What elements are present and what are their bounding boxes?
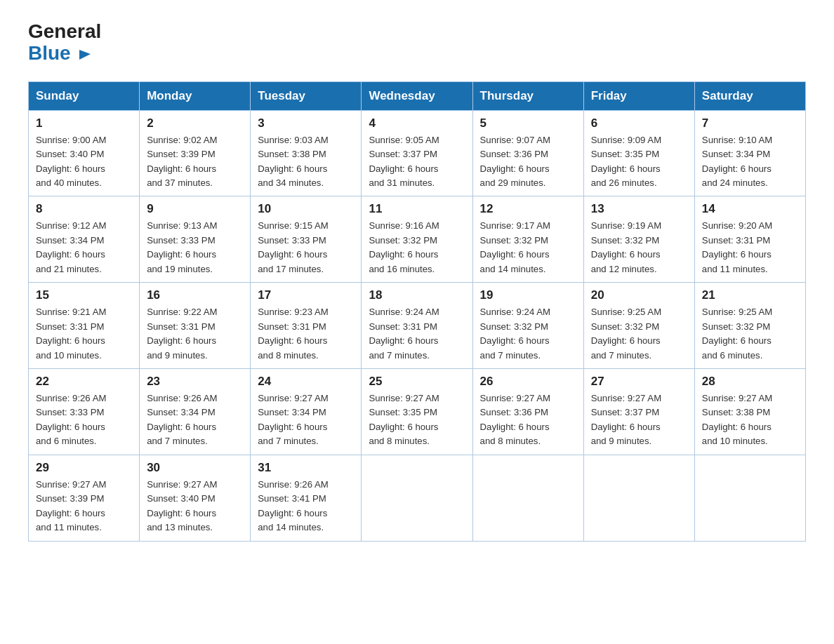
weekday-header-thursday: Thursday: [472, 81, 583, 110]
day-number: 18: [369, 288, 465, 302]
day-cell: [694, 455, 805, 541]
day-cell: 13 Sunrise: 9:19 AM Sunset: 3:32 PM Dayl…: [583, 196, 694, 283]
svg-marker-0: [79, 50, 91, 60]
day-number: 2: [147, 116, 243, 130]
week-row-5: 29 Sunrise: 9:27 AM Sunset: 3:39 PM Dayl…: [29, 455, 806, 541]
day-cell: 16 Sunrise: 9:22 AM Sunset: 3:31 PM Dayl…: [140, 283, 251, 369]
day-cell: 18 Sunrise: 9:24 AM Sunset: 3:31 PM Dayl…: [362, 283, 472, 369]
day-cell: 26 Sunrise: 9:27 AM Sunset: 3:36 PM Dayl…: [472, 369, 583, 455]
day-info: Sunrise: 9:21 AM Sunset: 3:31 PM Dayligh…: [36, 305, 132, 363]
logo-blue-text: Blue: [28, 43, 101, 65]
day-cell: 31 Sunrise: 9:26 AM Sunset: 3:41 PM Dayl…: [251, 455, 362, 541]
day-info: Sunrise: 9:22 AM Sunset: 3:31 PM Dayligh…: [147, 305, 243, 363]
day-cell: 20 Sunrise: 9:25 AM Sunset: 3:32 PM Dayl…: [583, 283, 694, 369]
day-cell: 12 Sunrise: 9:17 AM Sunset: 3:32 PM Dayl…: [472, 196, 583, 283]
day-cell: 6 Sunrise: 9:09 AM Sunset: 3:35 PM Dayli…: [583, 110, 694, 196]
day-info: Sunrise: 9:07 AM Sunset: 3:36 PM Dayligh…: [480, 133, 576, 191]
weekday-header-saturday: Saturday: [694, 81, 805, 110]
day-number: 17: [258, 288, 354, 302]
weekday-header-sunday: Sunday: [29, 81, 140, 110]
day-info: Sunrise: 9:27 AM Sunset: 3:39 PM Dayligh…: [36, 478, 132, 535]
day-cell: 21 Sunrise: 9:25 AM Sunset: 3:32 PM Dayl…: [694, 283, 805, 369]
day-info: Sunrise: 9:16 AM Sunset: 3:32 PM Dayligh…: [369, 219, 465, 276]
day-number: 16: [147, 288, 243, 302]
day-info: Sunrise: 9:26 AM Sunset: 3:41 PM Dayligh…: [258, 478, 354, 535]
day-number: 15: [36, 288, 132, 302]
page-header: General Blue: [28, 21, 806, 65]
day-info: Sunrise: 9:20 AM Sunset: 3:31 PM Dayligh…: [702, 219, 798, 276]
day-number: 6: [591, 116, 687, 130]
day-info: Sunrise: 9:17 AM Sunset: 3:32 PM Dayligh…: [480, 219, 576, 276]
day-number: 25: [369, 375, 465, 389]
day-info: Sunrise: 9:15 AM Sunset: 3:33 PM Dayligh…: [258, 219, 354, 276]
logo-triangle-icon: [78, 47, 92, 61]
day-info: Sunrise: 9:13 AM Sunset: 3:33 PM Dayligh…: [147, 219, 243, 276]
day-info: Sunrise: 9:05 AM Sunset: 3:37 PM Dayligh…: [369, 133, 465, 191]
day-number: 7: [702, 116, 798, 130]
week-row-1: 1 Sunrise: 9:00 AM Sunset: 3:40 PM Dayli…: [29, 110, 806, 196]
day-info: Sunrise: 9:27 AM Sunset: 3:37 PM Dayligh…: [591, 391, 687, 449]
weekday-header-row: SundayMondayTuesdayWednesdayThursdayFrid…: [29, 81, 806, 110]
day-info: Sunrise: 9:12 AM Sunset: 3:34 PM Dayligh…: [36, 219, 132, 276]
week-row-3: 15 Sunrise: 9:21 AM Sunset: 3:31 PM Dayl…: [29, 283, 806, 369]
day-cell: 27 Sunrise: 9:27 AM Sunset: 3:37 PM Dayl…: [583, 369, 694, 455]
day-number: 24: [258, 375, 354, 389]
day-info: Sunrise: 9:23 AM Sunset: 3:31 PM Dayligh…: [258, 305, 354, 363]
day-cell: 23 Sunrise: 9:26 AM Sunset: 3:34 PM Dayl…: [140, 369, 251, 455]
day-number: 21: [702, 288, 798, 302]
day-info: Sunrise: 9:24 AM Sunset: 3:31 PM Dayligh…: [369, 305, 465, 363]
day-cell: 4 Sunrise: 9:05 AM Sunset: 3:37 PM Dayli…: [362, 110, 472, 196]
day-info: Sunrise: 9:24 AM Sunset: 3:32 PM Dayligh…: [480, 305, 576, 363]
day-cell: 15 Sunrise: 9:21 AM Sunset: 3:31 PM Dayl…: [29, 283, 140, 369]
day-info: Sunrise: 9:27 AM Sunset: 3:35 PM Dayligh…: [369, 391, 465, 449]
day-number: 29: [36, 461, 132, 475]
weekday-header-wednesday: Wednesday: [362, 81, 472, 110]
day-info: Sunrise: 9:27 AM Sunset: 3:36 PM Dayligh…: [480, 391, 576, 449]
calendar-table: SundayMondayTuesdayWednesdayThursdayFrid…: [28, 81, 806, 542]
weekday-header-friday: Friday: [583, 81, 694, 110]
day-cell: 1 Sunrise: 9:00 AM Sunset: 3:40 PM Dayli…: [29, 110, 140, 196]
day-number: 10: [258, 202, 354, 216]
week-row-2: 8 Sunrise: 9:12 AM Sunset: 3:34 PM Dayli…: [29, 196, 806, 283]
day-number: 30: [147, 461, 243, 475]
week-row-4: 22 Sunrise: 9:26 AM Sunset: 3:33 PM Dayl…: [29, 369, 806, 455]
day-cell: 29 Sunrise: 9:27 AM Sunset: 3:39 PM Dayl…: [29, 455, 140, 541]
day-cell: [583, 455, 694, 541]
day-number: 28: [702, 375, 798, 389]
day-info: Sunrise: 9:00 AM Sunset: 3:40 PM Dayligh…: [36, 133, 132, 191]
day-info: Sunrise: 9:25 AM Sunset: 3:32 PM Dayligh…: [591, 305, 687, 363]
day-number: 5: [480, 116, 576, 130]
day-info: Sunrise: 9:09 AM Sunset: 3:35 PM Dayligh…: [591, 133, 687, 191]
day-info: Sunrise: 9:26 AM Sunset: 3:33 PM Dayligh…: [36, 391, 132, 449]
day-cell: 3 Sunrise: 9:03 AM Sunset: 3:38 PM Dayli…: [251, 110, 362, 196]
day-info: Sunrise: 9:27 AM Sunset: 3:40 PM Dayligh…: [147, 478, 243, 535]
day-cell: 17 Sunrise: 9:23 AM Sunset: 3:31 PM Dayl…: [251, 283, 362, 369]
day-number: 11: [369, 202, 465, 216]
day-number: 12: [480, 202, 576, 216]
day-cell: 28 Sunrise: 9:27 AM Sunset: 3:38 PM Dayl…: [694, 369, 805, 455]
day-number: 4: [369, 116, 465, 130]
day-number: 3: [258, 116, 354, 130]
day-number: 1: [36, 116, 132, 130]
day-cell: 24 Sunrise: 9:27 AM Sunset: 3:34 PM Dayl…: [251, 369, 362, 455]
day-cell: 2 Sunrise: 9:02 AM Sunset: 3:39 PM Dayli…: [140, 110, 251, 196]
day-cell: 10 Sunrise: 9:15 AM Sunset: 3:33 PM Dayl…: [251, 196, 362, 283]
day-cell: 30 Sunrise: 9:27 AM Sunset: 3:40 PM Dayl…: [140, 455, 251, 541]
logo: General Blue: [28, 21, 101, 65]
day-cell: 11 Sunrise: 9:16 AM Sunset: 3:32 PM Dayl…: [362, 196, 472, 283]
day-cell: 8 Sunrise: 9:12 AM Sunset: 3:34 PM Dayli…: [29, 196, 140, 283]
day-cell: [362, 455, 472, 541]
day-number: 14: [702, 202, 798, 216]
day-info: Sunrise: 9:25 AM Sunset: 3:32 PM Dayligh…: [702, 305, 798, 363]
day-number: 26: [480, 375, 576, 389]
logo-general-text: General: [28, 21, 101, 43]
day-number: 8: [36, 202, 132, 216]
day-number: 9: [147, 202, 243, 216]
day-info: Sunrise: 9:27 AM Sunset: 3:34 PM Dayligh…: [258, 391, 354, 449]
day-info: Sunrise: 9:27 AM Sunset: 3:38 PM Dayligh…: [702, 391, 798, 449]
day-number: 20: [591, 288, 687, 302]
day-number: 23: [147, 375, 243, 389]
day-info: Sunrise: 9:26 AM Sunset: 3:34 PM Dayligh…: [147, 391, 243, 449]
day-cell: 5 Sunrise: 9:07 AM Sunset: 3:36 PM Dayli…: [472, 110, 583, 196]
day-number: 13: [591, 202, 687, 216]
